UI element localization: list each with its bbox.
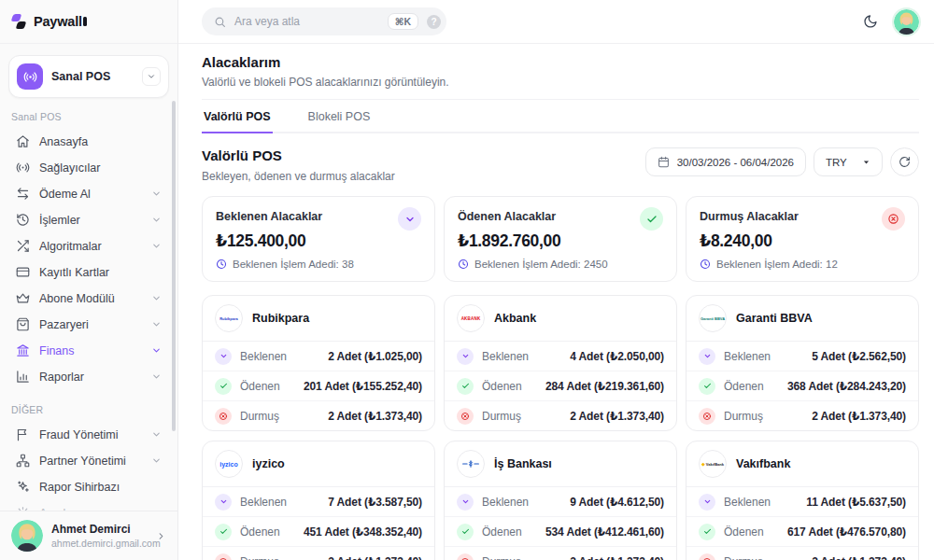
shopping-bag-icon <box>16 317 30 331</box>
bank-row-beklenen[interactable]: Beklenen 2 Adet (₺1.025,00) <box>203 342 434 371</box>
summary-amount: ₺1.892.760,00 <box>458 231 663 251</box>
bank-row-durmus[interactable]: Durmuş 2 Adet (₺1.373,40) <box>203 547 434 560</box>
bank-name: İş Bankası <box>494 457 552 470</box>
clock-icon <box>700 259 711 270</box>
sidebar-item-saglayicilar[interactable]: Sağlayıcılar <box>9 156 168 179</box>
paid-badge-icon <box>457 378 474 395</box>
bank-row-durmus[interactable]: Durmuş 2 Adet (₺1.373,40) <box>686 547 918 560</box>
sidebar-item-pazaryeri[interactable]: Pazaryeri <box>9 313 168 336</box>
sidebar-item-anasayfa[interactable]: Anasayfa <box>9 130 168 153</box>
sidebar-item-odeme-al[interactable]: Ödeme Al <box>9 182 168 205</box>
brand-header: Paywall <box>0 0 177 44</box>
bank-row-odenen[interactable]: Ödenen 451 Adet (₺348.352,40) <box>203 517 434 547</box>
search-input[interactable]: Ara veya atla ⌘K ? <box>202 7 446 35</box>
moon-icon <box>863 14 878 29</box>
currency-select[interactable]: TRY <box>814 147 883 176</box>
sidebar-scrollbar[interactable] <box>172 101 176 431</box>
rubikpara-logo: Rubikpara <box>215 304 243 332</box>
clock-icon <box>216 259 227 270</box>
nav-section-label: DİĞER <box>9 404 168 415</box>
chevron-down-icon <box>151 215 162 225</box>
chevron-down-icon <box>151 189 162 199</box>
bank-row-beklenen[interactable]: Beklenen 7 Adet (₺3.587,50) <box>203 487 434 517</box>
paid-badge-icon <box>215 524 232 540</box>
workspace-selector[interactable]: Sanal POS <box>8 55 169 98</box>
section-title: Valörlü POS <box>202 147 395 163</box>
sidebar-item-kayitli-kartlar[interactable]: Kayıtlı Kartlar <box>9 260 168 284</box>
workspace-label: Sanal POS <box>51 70 134 83</box>
content: Alacaklarım Valörlü ve blokeli POS alaca… <box>178 44 934 560</box>
bank-row-durmus[interactable]: Durmuş 2 Adet (₺1.373,40) <box>445 401 676 430</box>
bank-row-beklenen[interactable]: Beklenen 4 Adet (₺2.050,00) <box>445 342 676 371</box>
akbank-logo: AKBANK <box>457 304 485 332</box>
paid-badge[interactable] <box>640 207 663 231</box>
pending-badge-icon <box>457 348 474 365</box>
user-card[interactable]: Ahmet Demirci ahmet.demirci.gmail.com <box>0 511 177 560</box>
bank-row-odenen[interactable]: Ödenen 368 Adet (₺284.243,20) <box>686 371 918 401</box>
bank-row-durmus[interactable]: Durmuş 2 Adet (₺1.373,40) <box>203 401 434 430</box>
bank-row-odenen[interactable]: Ödenen 534 Adet (₺412.461,60) <box>445 517 676 547</box>
paid-badge-icon <box>699 378 715 395</box>
pending-badge-icon <box>699 494 715 511</box>
tab-valorlu-pos[interactable]: Valörlü POS <box>202 110 273 133</box>
bank-row-beklenen[interactable]: Beklenen 11 Adet (₺5.637,50) <box>686 487 918 517</box>
bank-row-odenen[interactable]: Ödenen 284 Adet (₺219.361,60) <box>445 371 676 401</box>
bank-row-durmus[interactable]: Durmuş 2 Adet (₺1.373,40) <box>445 547 676 560</box>
stopped-badge-icon <box>699 408 715 425</box>
app-root: Paywall Sanal POS Sanal POS Anasayfa Sağ… <box>0 0 934 560</box>
stopped-badge-icon <box>457 553 474 560</box>
sidebar-item-partner-yonetimi[interactable]: Partner Yönetimi <box>9 449 168 472</box>
user-name: Ahmet Demirci <box>51 523 148 536</box>
bank-card-is-bankasi: İş Bankası Beklenen 9 Adet (₺4.612,50) Ö… <box>444 441 677 560</box>
sidebar-item-rapor-sihirbazi[interactable]: Rapor Sihirbazı <box>9 475 168 498</box>
pending-badge[interactable] <box>398 207 421 231</box>
hierarchy-icon <box>16 454 30 468</box>
sidebar-item-fraud-yonetimi[interactable]: Fraud Yönetimi <box>9 423 168 446</box>
date-range-picker[interactable]: 30/03/2026 - 06/04/2026 <box>645 147 806 176</box>
summary-meta: Beklenen İşlem Adedi: 12 <box>716 259 838 270</box>
bank-name: iyzico <box>252 457 285 470</box>
sidebar-item-islemler[interactable]: İşlemler <box>9 208 168 231</box>
help-icon[interactable]: ? <box>427 15 441 29</box>
is-bankasi-logo <box>457 450 485 478</box>
iyzico-logo: iyzico <box>215 450 243 478</box>
caret-down-icon <box>862 158 870 166</box>
sidebar-item-algoritmalar[interactable]: Algoritmalar <box>9 234 168 258</box>
chevron-down-icon <box>151 371 162 382</box>
chevron-down-icon <box>151 429 162 440</box>
virtual-pos-icon <box>17 63 43 90</box>
topbar-avatar[interactable] <box>894 9 919 35</box>
summary-card-durmus: Durmuş Alacaklar ₺8.240,00 Beklenen İşle… <box>686 196 919 282</box>
bank-row-durmus[interactable]: Durmuş 2 Adet (₺1.373,40) <box>686 401 918 430</box>
brand-name: Paywall <box>34 14 87 29</box>
user-email: ahmet.demirci.gmail.com <box>51 538 148 549</box>
history-icon <box>16 213 30 227</box>
calendar-icon <box>658 156 670 168</box>
chevron-down-icon <box>151 293 162 303</box>
refresh-button[interactable] <box>890 147 919 176</box>
user-avatar <box>11 520 43 552</box>
dark-mode-toggle[interactable] <box>863 14 878 29</box>
bank-row-beklenen[interactable]: Beklenen 9 Adet (₺4.612,50) <box>445 487 676 517</box>
main-area: Ara veya atla ⌘K ? Alacaklarım Valörlü v… <box>178 0 934 560</box>
page-title: Alacaklarım <box>202 54 919 70</box>
bank-row-beklenen[interactable]: Beklenen 5 Adet (₺2.562,50) <box>686 342 918 371</box>
bank-row-odenen[interactable]: Ödenen 201 Adet (₺155.252,40) <box>203 371 434 401</box>
stopped-badge-icon <box>215 408 232 425</box>
sidebar-item-abone-modulu[interactable]: Abone Modülü <box>9 287 168 310</box>
paid-badge-icon <box>215 378 232 395</box>
user-meta: Ahmet Demirci ahmet.demirci.gmail.com <box>51 523 148 549</box>
garanti-bbva-logo: Garanti BBVA <box>699 304 727 332</box>
paid-badge-icon <box>699 524 715 540</box>
tabbar: Valörlü POS Blokeli POS <box>202 110 919 133</box>
sidebar-item-finans[interactable]: Finans <box>9 339 168 362</box>
bank-name: Garanti BBVA <box>736 312 813 325</box>
section-controls: 30/03/2026 - 06/04/2026 TRY <box>645 147 919 176</box>
chevron-right-icon <box>156 531 166 541</box>
stopped-badge[interactable] <box>882 207 905 231</box>
bank-row-odenen[interactable]: Ödenen 617 Adet (₺476.570,80) <box>686 517 918 547</box>
sidebar-item-raporlar[interactable]: Raporlar <box>9 365 168 388</box>
tab-blokeli-pos[interactable]: Blokeli POS <box>306 110 373 133</box>
bank-card-akbank: AKBANK Akbank Beklenen 4 Adet (₺2.050,00… <box>444 295 677 431</box>
pending-badge-icon <box>457 494 474 511</box>
